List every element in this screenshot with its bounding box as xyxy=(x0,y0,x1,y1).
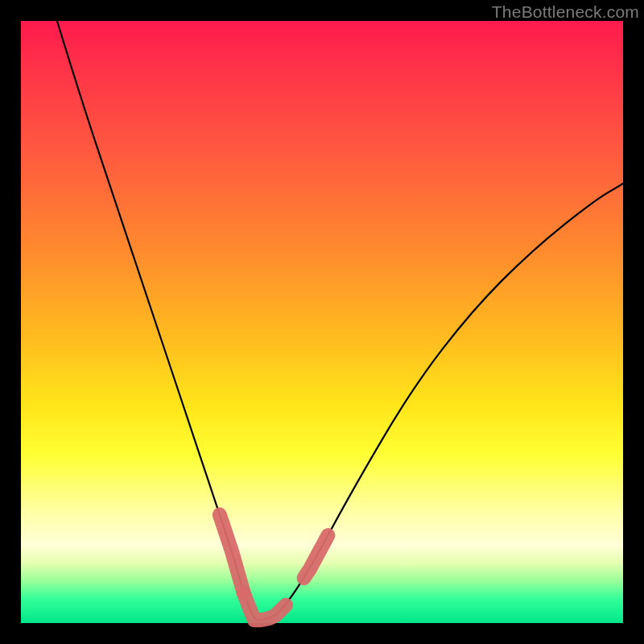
bottleneck-chart-svg xyxy=(21,21,623,623)
bottleneck-curve xyxy=(57,21,623,620)
left-marker-segment xyxy=(220,514,244,592)
bottom-marker-segment xyxy=(244,593,286,621)
watermark-text: TheBottleneck.com xyxy=(492,2,639,22)
chart-plot-area xyxy=(21,21,623,623)
right-marker-segment xyxy=(304,535,328,578)
